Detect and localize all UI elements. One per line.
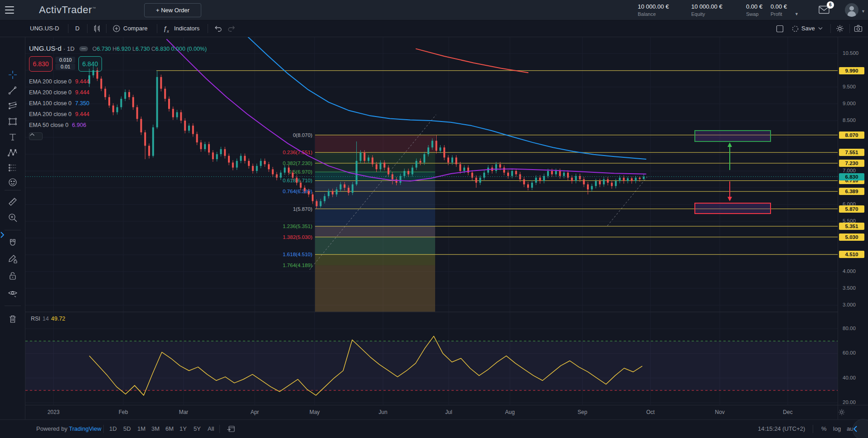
indicators-button[interactable]: Indicators xyxy=(174,20,199,37)
interval-label[interactable]: 1D xyxy=(67,45,75,52)
time-axis-label[interactable]: Oct xyxy=(640,409,660,415)
range-button-3m[interactable]: 3M xyxy=(151,420,160,438)
save-dropdown-icon[interactable] xyxy=(818,20,823,37)
sidebar-tool-emoji-icon[interactable] xyxy=(7,177,18,188)
price-axis[interactable]: 10.5009.5009.0008.5008.0007.0006.0005.50… xyxy=(838,37,868,405)
candle xyxy=(376,164,378,169)
clock-label[interactable]: 14:15:24 (UTC+2) xyxy=(758,420,805,438)
profit-dropdown-icon[interactable]: ▼ xyxy=(795,12,799,16)
time-axis[interactable]: 2023FebMarAprMayJunJulAugSepOctNovDec xyxy=(25,405,838,419)
fib-trendline[interactable] xyxy=(607,177,647,226)
cloud-save-icon[interactable] xyxy=(791,20,799,37)
ema-legend-row[interactable]: EMA 100 close 07.350 xyxy=(29,98,207,109)
time-axis-label[interactable]: Jun xyxy=(373,409,393,415)
collapse-panel-button[interactable] xyxy=(29,132,43,140)
time-axis-label[interactable]: Mar xyxy=(174,409,194,415)
range-button-1m[interactable]: 1M xyxy=(137,420,145,438)
sidebar-expand-icon[interactable] xyxy=(0,231,5,238)
compare-icon[interactable] xyxy=(112,20,121,37)
log-scale-button[interactable]: log xyxy=(833,420,841,438)
sidebar-tool-ruler-icon[interactable] xyxy=(7,196,18,207)
price-level-badge[interactable]: 5.870 xyxy=(839,205,864,213)
candle xyxy=(320,201,321,206)
time-axis-label[interactable]: 2023 xyxy=(44,409,63,415)
go-to-date-icon[interactable] xyxy=(227,420,235,438)
collapse-legend-icon[interactable]: — xyxy=(79,46,88,51)
layout-icon[interactable] xyxy=(776,20,784,37)
candle xyxy=(451,157,453,162)
undo-icon[interactable] xyxy=(214,20,223,37)
new-order-button[interactable]: + New Order xyxy=(144,3,201,17)
ema-legend-row[interactable]: EMA 200 close 09.444 xyxy=(29,109,207,120)
price-level-badge[interactable]: 7.230 xyxy=(839,160,864,167)
range-button-5d[interactable]: 5D xyxy=(123,420,131,438)
app-logo: ActivTrader™ xyxy=(39,4,96,16)
time-axis-label[interactable]: Feb xyxy=(113,409,133,415)
price-level-badge[interactable]: 4.510 xyxy=(839,251,864,258)
price-level-badge[interactable]: 7.551 xyxy=(839,149,864,156)
sidebar-tool-parallel-channel-icon[interactable] xyxy=(7,100,18,111)
tradingview-link[interactable]: TradingView xyxy=(69,425,102,432)
ema-legend-row[interactable]: EMA 50 close 06.906 xyxy=(29,120,207,131)
sidebar-tool-text-icon[interactable] xyxy=(7,131,18,142)
price-level-badge[interactable]: 5.351 xyxy=(839,223,864,230)
range-button-all[interactable]: All xyxy=(208,420,214,438)
sell-bid-button[interactable]: 6.830 xyxy=(29,56,53,72)
range-button-1y[interactable]: 1Y xyxy=(179,420,187,438)
symbol-title[interactable]: UNG.US-d xyxy=(29,44,62,52)
candle xyxy=(399,176,401,183)
range-button-5y[interactable]: 5Y xyxy=(194,420,201,438)
sidebar-tool-eye-icon[interactable] xyxy=(7,288,18,299)
sidebar-tool-rectangle-icon[interactable] xyxy=(7,116,18,127)
sidebar-tool-lock-icon[interactable] xyxy=(7,271,18,282)
time-axis-label[interactable]: May xyxy=(305,409,325,415)
settings-gear-icon[interactable] xyxy=(836,20,844,37)
redo-icon[interactable] xyxy=(227,20,236,37)
candle xyxy=(296,178,298,183)
screenshot-camera-icon[interactable] xyxy=(854,20,863,37)
symbol-search-button[interactable]: UNG.US-D xyxy=(30,20,59,37)
candle xyxy=(499,164,501,167)
time-axis-label[interactable]: Nov xyxy=(710,409,730,415)
indicators-icon[interactable]: ƒx xyxy=(163,20,169,37)
sidebar-separator xyxy=(5,230,21,230)
range-button-6m[interactable]: 6M xyxy=(165,420,174,438)
app-header: ActivTrader™ + New Order 10 000.00 €Bala… xyxy=(0,0,868,20)
save-button[interactable]: Save xyxy=(801,20,815,37)
candle xyxy=(547,171,549,176)
percent-scale-button[interactable]: % xyxy=(821,420,827,438)
trade-zone-box[interactable] xyxy=(695,203,771,214)
last-price-badge[interactable]: 6.830 xyxy=(839,173,864,180)
buy-ask-button[interactable]: 6.840 xyxy=(78,56,102,72)
avatar[interactable] xyxy=(845,3,858,17)
account-dropdown-icon[interactable]: ▼ xyxy=(861,9,865,14)
trade-zone-box[interactable] xyxy=(695,131,771,141)
sidebar-tool-draw-lock-icon[interactable] xyxy=(7,254,18,265)
time-axis-label[interactable]: Apr xyxy=(245,409,265,415)
account-label: Profit xyxy=(771,11,787,17)
price-level-badge[interactable]: 8.070 xyxy=(839,131,864,139)
sidebar-tool-trash-icon[interactable] xyxy=(7,314,18,325)
time-axis-label[interactable]: Jul xyxy=(439,409,459,415)
sidebar-tool-trend-line-icon[interactable] xyxy=(7,85,18,96)
time-axis-label[interactable]: Aug xyxy=(500,409,520,415)
sidebar-tool-forecast-icon[interactable] xyxy=(7,162,18,173)
sidebar-tool-xabcd-pattern-icon[interactable] xyxy=(7,147,18,158)
sidebar-tool-crosshair-icon[interactable] xyxy=(7,69,18,80)
price-level-badge[interactable]: 6.389 xyxy=(839,188,864,195)
ema-legend-row[interactable]: EMA 200 close 09.444 xyxy=(29,76,207,87)
time-axis-label[interactable]: Dec xyxy=(778,409,798,415)
menu-icon[interactable] xyxy=(5,6,14,14)
price-level-badge[interactable]: 5.030 xyxy=(839,234,864,241)
candle xyxy=(208,144,210,153)
interval-button[interactable]: D xyxy=(75,20,79,37)
range-button-1d[interactable]: 1D xyxy=(109,420,117,438)
chart-style-icon[interactable] xyxy=(93,20,102,37)
time-axis-label[interactable]: Sep xyxy=(572,409,592,415)
ema-legend-row[interactable]: EMA 200 close 09.444 xyxy=(29,87,207,98)
sidebar-tool-zoom-in-icon[interactable] xyxy=(7,212,18,223)
axis-settings-gear-icon[interactable] xyxy=(838,405,868,419)
price-level-badge[interactable]: 9.990 xyxy=(839,67,864,74)
compare-button[interactable]: Compare xyxy=(123,20,147,37)
sidebar-tool-magnet-icon[interactable] xyxy=(7,238,18,249)
